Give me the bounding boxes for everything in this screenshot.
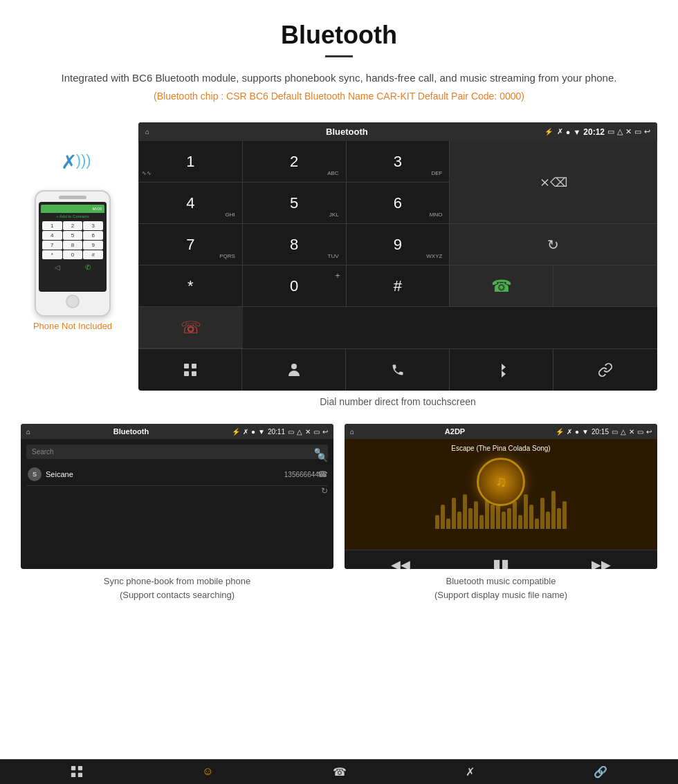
main-section: ✗ ))) M:00 + Add to Contacts 1 2 3 4 5 6… [0,122,678,417]
status-bar-title: Bluetooth [154,127,540,137]
svg-rect-0 [184,364,189,368]
title-divider [325,55,353,57]
status-bar: ⌂ Bluetooth ⚡ ✗ ● ▼ 20:12 ▭ △ ✕ ▭ ↩ [138,122,657,141]
call-red-icon: ☏ [181,318,201,337]
svg-rect-2 [184,371,189,376]
music-caption: Bluetooth music compatible (Support disp… [345,569,657,603]
dial-grid: 1 ∿∿ 2 ABC 3 DEF ⨯⌫ 4 GHI [138,141,657,348]
pb-search-bar[interactable]: Search 🔍 [26,445,328,459]
refresh-icon: ↻ [547,236,559,253]
music-layout-icon: ▭ [637,428,643,436]
prev-icon[interactable]: ◀◀ [391,557,410,569]
music-body: Escape (The Pina Colada Song) ♫ [345,439,657,550]
close-status-icon: ✕ [625,127,632,136]
phone-body: M:00 + Add to Contacts 1 2 3 4 5 6 7 8 9… [35,190,111,317]
key-7[interactable]: 7 PQRS [139,224,243,265]
next-icon[interactable]: ▶▶ [592,557,611,569]
phone-key-7[interactable]: 7 [42,241,62,250]
pb-loc-icon: ● [251,428,255,436]
phone-action[interactable] [346,349,450,391]
music-statusbar: ⌂ A2DP ⚡ ✗ ● ▼ 20:15 ▭ △ ✕ ▭ ↩ [345,424,657,439]
music-home-icon[interactable]: ⌂ [350,428,354,436]
page-description: Integrated with BC6 Bluetooth module, su… [42,70,636,86]
phone-bottom-bar: ◁ ✆ [41,261,104,271]
music-usb-icon: ⚡ [556,428,564,436]
phone-key-9[interactable]: 9 [83,241,103,250]
link-action[interactable] [553,349,657,391]
key-5[interactable]: 5 JKL [243,183,347,224]
phone-key-star[interactable]: * [42,250,62,259]
key-6[interactable]: 6 MNO [347,183,450,224]
phone-home-button[interactable] [66,295,80,308]
phonebook-card: ⌂ Bluetooth ⚡ ✗ ● ▼ 20:11 ▭ △ ✕ ▭ ↩ Sear… [21,424,333,603]
phone-key-hash[interactable]: # [83,250,103,259]
grid-action[interactable] [138,349,242,391]
camera-status-icon: ▭ [607,127,614,136]
phone-key-4[interactable]: 4 [42,231,62,240]
bluetooth-icon: ✗ [61,151,77,174]
phone-keypad: 1 2 3 4 5 6 7 8 9 * 0 # [41,220,104,261]
pb-call-side-icon[interactable]: ☎ [318,469,328,479]
key-0[interactable]: 0 + [243,265,347,307]
key-1[interactable]: 1 ∿∿ [139,141,243,183]
status-time: 20:12 [583,127,605,137]
phone-key-2[interactable]: 2 [63,221,83,230]
music-loc-icon: ● [575,428,579,436]
music-note-icon: ♫ [495,473,507,491]
pb-sidebar: 🔍 ☎ ↻ [312,450,333,498]
key-8[interactable]: 8 TUV [243,224,347,265]
pb-refresh-side-icon[interactable]: ↻ [321,486,328,496]
key-4[interactable]: 4 GHI [139,183,243,224]
pb-sig-icon: ▼ [258,428,265,436]
pb-caption: Sync phone-book from mobile phone (Suppo… [21,569,333,603]
home-icon[interactable]: ⌂ [145,128,149,136]
play-pause-icon[interactable]: ▮▮ [493,556,509,569]
contacts-action[interactable] [242,349,346,391]
phone-key-5[interactable]: 5 [63,231,83,240]
usb-icon: ⚡ [544,128,553,136]
music-bt-icon: ✗ [567,428,572,436]
key-hash[interactable]: # [347,265,450,307]
wave-lines: ))) [76,151,91,169]
bluetooth-action-icon [496,362,507,377]
music-vol-icon: △ [621,428,626,436]
dial-screen-container: ⌂ Bluetooth ⚡ ✗ ● ▼ 20:12 ▭ △ ✕ ▭ ↩ [138,122,657,417]
album-art: ♫ [477,458,525,506]
location-icon: ● [566,128,571,136]
music-cam-icon: ▭ [612,428,618,436]
key-9[interactable]: 9 WXYZ [347,224,450,265]
refresh-area[interactable]: ↻ [450,224,657,265]
grid-icon [183,363,197,377]
phone-key-1[interactable]: 1 [42,221,62,230]
pb-contact-row: S Seicane 13566664466 [26,463,328,486]
hangup-button[interactable]: ☏ [139,307,243,348]
backspace-icon[interactable]: ⨯⌫ [540,175,567,190]
phone-call-btn[interactable]: ✆ [85,263,91,271]
svg-rect-3 [192,371,196,376]
pb-statusbar: ⌂ Bluetooth ⚡ ✗ ● ▼ 20:11 ▭ △ ✕ ▭ ↩ [21,424,333,439]
phone-key-3[interactable]: 3 [83,221,103,230]
pb-search-side-icon[interactable]: 🔍 [318,453,328,463]
phone-back-btn[interactable]: ◁ [55,263,60,271]
phone-key-0[interactable]: 0 [63,250,83,259]
svg-rect-1 [192,364,196,368]
page-specs: (Bluetooth chip : CSR BC6 Default Blueto… [42,91,636,102]
bluetooth-action[interactable] [450,349,553,391]
pb-home-icon[interactable]: ⌂ [26,428,30,436]
song-title: Escape (The Pina Colada Song) [451,445,550,452]
bluetooth-animation: ✗ ))) [21,150,125,185]
key-3[interactable]: 3 DEF [347,141,450,183]
music-screenshot: ⌂ A2DP ⚡ ✗ ● ▼ 20:15 ▭ △ ✕ ▭ ↩ Escape (T… [345,424,657,569]
status-icons: ✗ ● ▼ 20:12 ▭ △ ✕ ▭ ↩ [557,127,650,137]
music-back-icon: ↩ [646,428,652,436]
pb-vol-icon: △ [297,428,302,436]
bt-status-icon: ✗ [557,127,563,136]
dial-caption: Dial number direct from touchscreen [138,391,657,417]
phone-mockup: ✗ ))) M:00 + Add to Contacts 1 2 3 4 5 6… [21,122,125,331]
phone-screen-header: M:00 [41,205,104,213]
key-2[interactable]: 2 ABC [243,141,347,183]
key-star[interactable]: * [139,265,243,307]
phone-key-6[interactable]: 6 [83,231,103,240]
call-button[interactable]: ☎ [450,265,553,307]
phone-key-8[interactable]: 8 [63,241,83,250]
